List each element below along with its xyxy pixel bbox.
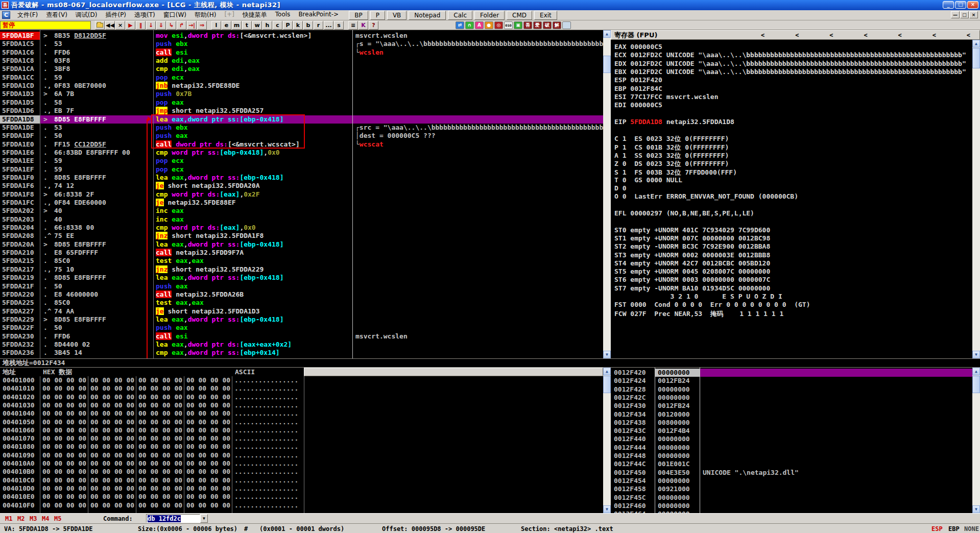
stack-row[interactable]: 0012F43800800000 [611,419,972,427]
command-input[interactable]: db 12fd2c [146,514,200,523]
unpack-icon[interactable]: ∩ [465,21,474,29]
disasm-row[interactable]: 5FDDA1CA.3BF8cmp edi,eax [0,65,603,73]
menu-item-h[interactable]: 帮助(H) [190,10,220,20]
registers-title[interactable]: 寄存器 (FPU) <<<<<<< [611,30,980,40]
dump-row[interactable]: 004010F000 00 00 0000 00 00 0000 00 00 0… [0,501,603,510]
menu-item-[interactable]: 快捷菜单 [238,10,271,20]
record-dot-icon[interactable]: ● [485,21,493,29]
letter-button-t[interactable]: t [242,21,252,30]
letter-button-r[interactable]: r [314,21,323,30]
disassembly-pane[interactable]: 5FDDA1BF>8B35 D812DD5Fmov esi,dword ptr … [0,30,603,358]
step-over-icon[interactable]: ⇓ [156,21,166,30]
stack-row[interactable]: 0012F45800921000 [611,485,972,493]
command-dropdown-button[interactable]: ▼ [200,514,208,523]
letter-button-dotdotdot[interactable]: ... [324,21,333,30]
stack-row[interactable]: 0012F43C0012F4B4 [611,427,972,435]
letter-button-l[interactable]: l [211,21,221,30]
menu-item-d[interactable]: 调试(D) [71,10,102,20]
stack-window-icon[interactable]: K [358,21,368,30]
disasm-row[interactable]: 5FDDA230.FFD6call esimsvcrt.wcslen [0,332,603,341]
dump-scrollbar[interactable]: ▲ ▼ [603,368,611,513]
menu-item-p[interactable]: 插件(P) [101,10,130,20]
dump-row[interactable]: 004010B000 00 00 0000 00 00 0000 00 00 0… [0,468,603,476]
disasm-row[interactable]: 5FDDA236.3B45 14cmp eax,dword ptr ss:[eb… [0,349,603,357]
chevron-left-icon[interactable]: < [898,32,902,39]
close-button[interactable]: × [967,1,978,9]
trace-into-icon[interactable]: ↳ [166,21,176,30]
quick-button-exit[interactable]: Exit [534,11,557,20]
stack-row[interactable]: 0012F46000000000 [611,502,972,510]
quick-button-p[interactable]: P [370,11,385,20]
disasm-row[interactable]: 5FDDA1EF.59pop ecx [0,165,603,174]
register-line[interactable]: ECX 0012FD2C UNICODE "\aaa\..\..\bbbbbbb… [614,51,977,59]
register-line[interactable]: EFL 00000297 (NO,B,NE,BE,S,PE,L,LE) [614,209,977,217]
disasm-row[interactable]: 5FDDA1BF>8B35 D812DD5Fmov esi,dword ptr … [0,32,603,40]
mdi-minimize-button[interactable]: — [951,11,960,18]
disasm-row[interactable]: 5FDDA1F0.8D85 E8FBFFFFlea eax,dword ptr … [0,174,603,182]
disasm-row[interactable]: 5FDDA220.E8 46000000call netapi32.5FDDA2… [0,290,603,299]
disasm-row[interactable]: 5FDDA208.^75 EEjnz short netapi32.5FDDA1… [0,232,603,240]
register-line[interactable]: ST6 empty +UNORM 0003 00000000 0000007C [614,276,977,284]
register-line[interactable] [614,126,977,134]
register-line[interactable]: O 0 LastErr ERROR_ENVVAR_NOT_FOUND (0000… [614,192,977,201]
quick-button-bp[interactable]: BP [349,11,368,20]
dump-row[interactable]: 004010A000 00 00 0000 00 00 0000 00 00 0… [0,459,603,468]
title-bar[interactable]: 吾 吾爱破解 - ms08-067_localoverflow.exe - [L… [0,0,980,10]
stack-row[interactable]: 0012F4300012FB24 [611,402,972,410]
letter-button-s[interactable]: s [334,21,344,30]
memory-tab-m3[interactable]: M3 [30,515,37,522]
register-line[interactable]: EDI 000000C5 [614,101,977,109]
registers-chevrons[interactable]: <<<<<<< [761,31,970,39]
memory-tab-m5[interactable]: M5 [54,515,61,522]
maximize-button[interactable]: □ [955,1,966,9]
analyze-a-icon[interactable]: A [475,21,484,29]
quick-button-notepad[interactable]: Notepad [409,11,446,20]
register-line[interactable]: ST2 empty -UNORM BC3C 7C92E900 0012BBA8 [614,243,977,251]
register-line[interactable]: T 0 GS 0000 NULL [614,176,977,184]
dump-row[interactable]: 0040105000 00 00 0000 00 00 0000 00 00 0… [0,418,603,426]
dump-row[interactable]: 0040107000 00 00 0000 00 00 0000 00 00 0… [0,434,603,443]
target-icon[interactable]: ◎ [494,21,503,29]
step-into-icon[interactable]: ↓ [146,21,156,30]
go-to-icon[interactable]: ⇒ [197,21,207,30]
stack-row[interactable]: 0012F450004E3E50UNICODE ".\netapi32.dll" [611,469,972,477]
disasm-row[interactable]: 5FDDA219.8D85 E8FBFFFFlea eax,dword ptr … [0,274,603,282]
disasm-row[interactable]: 5FDDA1EE.59pop ecx [0,157,603,165]
quick-button-folder[interactable]: Folder [474,11,505,20]
register-line[interactable]: Z 0 DS 0023 32位 0(FFFFFFFF) [614,159,977,167]
stack-row[interactable]: 0012F42000000000 [611,369,972,377]
register-line[interactable] [614,109,977,117]
dump-row[interactable]: 004010C000 00 00 0000 00 00 0000 00 00 0… [0,476,603,484]
disasm-row[interactable]: 5FDDA1F8>66:8338 2Fcmp word ptr ds:[eax]… [0,190,603,199]
register-line[interactable]: P 1 CS 001B 32位 0(FFFFFFFF) [614,143,977,151]
letter-button-k[interactable]: k [293,21,303,30]
stack-row[interactable]: 0012F43400120000 [611,410,972,419]
register-line[interactable]: ST0 empty +UNORM 401C 7C934029 7C99D600 [614,226,977,234]
disasm-row[interactable]: 5FDDA215.85C0test eax,eax [0,257,603,265]
disasm-row[interactable]: 5FDDA21F.50push eax [0,282,603,290]
disasm-row[interactable]: 5FDDA203.40inc eax [0,215,603,224]
chevron-left-icon[interactable]: < [795,32,799,39]
swap-icon[interactable]: ⇄ [456,21,464,29]
register-line[interactable]: EDX 0012FD2C UNICODE "\aaa\..\..\bbbbbbb… [614,60,977,68]
open-file-icon[interactable] [95,21,105,30]
registers-scrollbar[interactable]: ▲ ▼ [972,40,980,358]
disasm-row[interactable]: 5FDDA229>8D85 E8FBFFFFlea eax,dword ptr … [0,316,603,324]
disasm-row[interactable]: 5FDDA1F6.,74 12je short netapi32.5FDDA20… [0,182,603,190]
stack-row[interactable]: 0012F44C001E001C [611,460,972,468]
disasm-row[interactable]: 5FDDA20A>8D85 E8FBFFFFlea eax,dword ptr … [0,240,603,249]
stack-row[interactable]: 0012F45400000000 [611,477,972,485]
register-line[interactable]: ST3 empty +UNORM 0002 0000003E 0012BBB8 [614,251,977,259]
extra-icon[interactable] [562,21,571,29]
dump-row[interactable]: 004010D000 00 00 0000 00 00 0000 00 00 0… [0,484,603,493]
stack-row[interactable]: 0012F44400000000 [611,444,972,452]
disasm-row[interactable]: 5FDDA1FC.,0F84 EDE60000je netapi32.5FDE8… [0,199,603,207]
register-line[interactable]: EAX 000000C5 [614,43,977,51]
chevron-left-icon[interactable]: < [864,32,867,39]
quick-button-vb[interactable]: VB [387,11,407,20]
memory-tab-m1[interactable]: M1 [5,515,12,522]
help-icon[interactable]: ? [369,21,378,30]
memory-tab-m4[interactable]: M4 [42,515,49,522]
list-icon[interactable]: ≡ [348,21,358,30]
dump-row[interactable]: 0040106000 00 00 0000 00 00 0000 00 00 0… [0,426,603,434]
